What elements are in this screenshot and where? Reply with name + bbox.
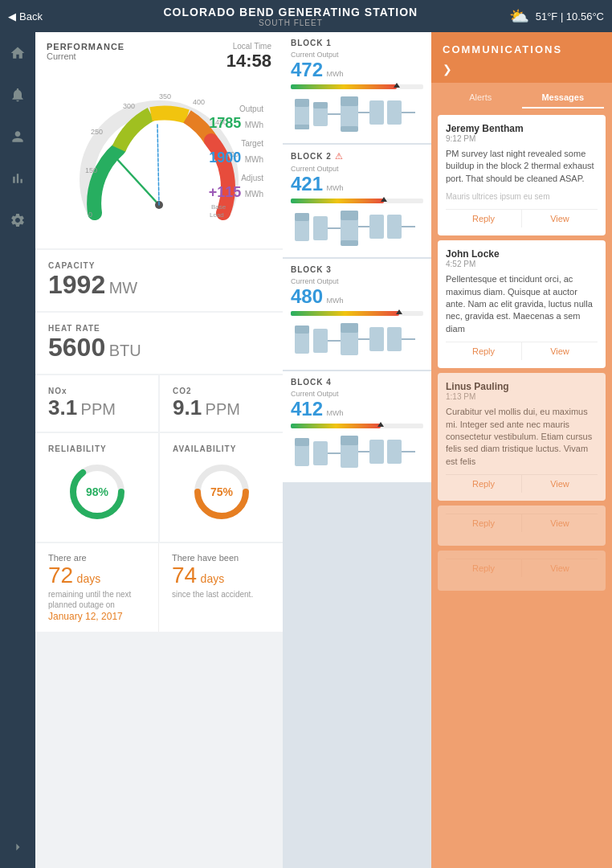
msg-3-reply-button[interactable]: Reply — [446, 475, 522, 493]
message-1: Jeremy Bentham 9:12 PM PM survey last ni… — [438, 115, 606, 235]
svg-text:350: 350 — [159, 92, 171, 100]
blocks-panel: BLOCK 1 Current Output 472 MWh — [283, 32, 431, 868]
svg-text:250: 250 — [91, 128, 103, 136]
heat-rate-value: 5600 — [48, 333, 105, 362]
days-outage-desc1: remaining until the next — [48, 590, 145, 599]
svg-rect-26 — [341, 96, 358, 106]
svg-rect-50 — [369, 327, 384, 351]
msg-2-reply-button[interactable]: Reply — [446, 342, 522, 360]
reliability-donut: 98% — [48, 460, 145, 524]
message-5: Reply View — [438, 551, 606, 591]
block-3-value: 480 — [291, 285, 323, 307]
msg-4-view-button[interactable]: View — [522, 514, 598, 532]
reliability-cell: RELIABILITY 98% — [35, 433, 158, 542]
tab-alerts[interactable]: Alerts — [439, 88, 522, 108]
block-2-output: 421 MWh — [291, 173, 423, 195]
block-1-marker — [394, 83, 400, 88]
target-value: 1900 — [209, 149, 241, 166]
target-label: Target — [241, 139, 263, 148]
block-3-output: 480 MWh — [291, 285, 423, 308]
msg-5-view-button[interactable]: View — [522, 559, 598, 577]
block-4-output-label: Current Output — [291, 390, 423, 398]
perf-header: PERFORMANCE Current Local Time 14:58 — [47, 42, 271, 72]
msg-3-view-button[interactable]: View — [522, 475, 598, 493]
target-stat: Target 1900 MWh — [209, 135, 263, 166]
block-3-marker — [396, 309, 402, 314]
weather-icon: ⛅ — [509, 6, 529, 26]
block-2-alert-icon: ⚠ — [335, 151, 343, 162]
nox-unit: PPM — [81, 400, 116, 418]
back-section: ◀ Back — [8, 10, 72, 23]
sidebar-home[interactable] — [5, 40, 31, 66]
svg-text:400: 400 — [193, 98, 205, 106]
days-outage-cell: There are 72 days remaining until the ne… — [35, 543, 159, 632]
target-unit: MWh — [245, 155, 263, 164]
svg-rect-45 — [313, 329, 328, 353]
block-3-output-label: Current Output — [291, 277, 423, 285]
co2-metric: CO2 9.1 PPM — [160, 375, 283, 432]
block-4-section: BLOCK 4 Current Output 412 MWh — [283, 371, 431, 482]
block-2-header: BLOCK 2 ⚠ — [291, 151, 423, 162]
block-2-output-label: Current Output — [291, 165, 423, 173]
block-2-section: BLOCK 2 ⚠ Current Output 421 MWh — [283, 145, 431, 257]
svg-text:98%: 98% — [85, 485, 108, 498]
tab-messages[interactable]: Messages — [522, 88, 605, 108]
block-4-progress — [291, 424, 423, 428]
svg-rect-33 — [295, 213, 309, 221]
block-1-progress — [291, 84, 423, 89]
perf-title: PERFORMANCE — [47, 42, 124, 51]
capacity-metric: CAPACITY 1992 MW — [35, 250, 283, 311]
block-3-unit: MWh — [327, 297, 344, 305]
svg-rect-30 — [387, 100, 402, 125]
msg-4-actions: Reply View — [446, 514, 598, 532]
days-outage-desc2: planned outage on — [48, 600, 145, 609]
sidebar-nav[interactable] — [5, 834, 31, 860]
block-1-output: 472 MWh — [291, 59, 423, 81]
sidebar-gear[interactable] — [5, 207, 31, 233]
days-outage-date: January 12, 2017 — [48, 611, 145, 622]
svg-rect-58 — [341, 436, 358, 445]
sidebar-alerts[interactable] — [5, 82, 31, 108]
msg-2-sender: John Locke — [446, 248, 598, 260]
message-3: Linus Pauling 1:13 PM Curabitur vel moll… — [438, 373, 606, 501]
availability-cell: AVAILABILITY 75% — [160, 433, 283, 542]
msg-4-reply-button[interactable]: Reply — [446, 514, 522, 532]
block-4-fill — [291, 424, 381, 428]
station-name: COLORADO BEND GENERATING STATION — [72, 6, 509, 18]
msg-1-view-button[interactable]: View — [522, 210, 598, 227]
msg-2-view-button[interactable]: View — [522, 342, 598, 360]
block-2-value: 421 — [291, 173, 323, 194]
local-time-label: Local Time — [226, 42, 271, 51]
msg-5-reply-button[interactable]: Reply — [446, 559, 522, 577]
svg-rect-41 — [387, 215, 402, 239]
svg-text:Load: Load — [210, 211, 224, 219]
nox-co2-grid: NOx 3.1 PPM CO2 9.1 PPM — [35, 375, 283, 432]
comms-nav-icon[interactable]: ❯ — [443, 63, 452, 76]
main-panel: PERFORMANCE Current Local Time 14:58 — [35, 32, 283, 868]
capacity-value: 1992 — [48, 270, 105, 299]
sidebar-chart[interactable] — [5, 166, 31, 191]
block-2-turbine-svg — [291, 207, 419, 251]
output-stat: Output 1785 MWh — [209, 100, 263, 132]
sidebar-user[interactable] — [5, 124, 31, 149]
block-2-marker — [381, 197, 387, 202]
block-1-fill — [291, 84, 397, 89]
gauge-container: 0 150 250 300 350 400 450 500 Base Load — [47, 76, 271, 237]
comms-title: COMMUNICATIONS — [443, 43, 601, 55]
main-layout: PERFORMANCE Current Local Time 14:58 — [0, 32, 612, 868]
svg-rect-38 — [341, 240, 358, 246]
block-4-value: 412 — [291, 398, 323, 420]
message-2: John Locke 4:52 PM Pellentesque et tinci… — [438, 240, 606, 368]
svg-rect-61 — [387, 440, 402, 464]
messages-list: Jeremy Bentham 9:12 PM PM survey last ni… — [431, 108, 612, 868]
back-button[interactable]: ◀ Back — [8, 10, 43, 23]
block-4-unit: MWh — [327, 409, 344, 417]
reliability-label: RELIABILITY — [48, 444, 145, 453]
local-time-value: 14:58 — [226, 51, 271, 72]
block-3-header: BLOCK 3 — [291, 265, 423, 274]
msg-3-sender: Linus Pauling — [446, 381, 598, 392]
svg-rect-21 — [295, 125, 309, 129]
msg-1-reply-button[interactable]: Reply — [446, 210, 522, 227]
svg-rect-40 — [369, 215, 384, 239]
msg-3-time: 1:13 PM — [446, 392, 598, 401]
